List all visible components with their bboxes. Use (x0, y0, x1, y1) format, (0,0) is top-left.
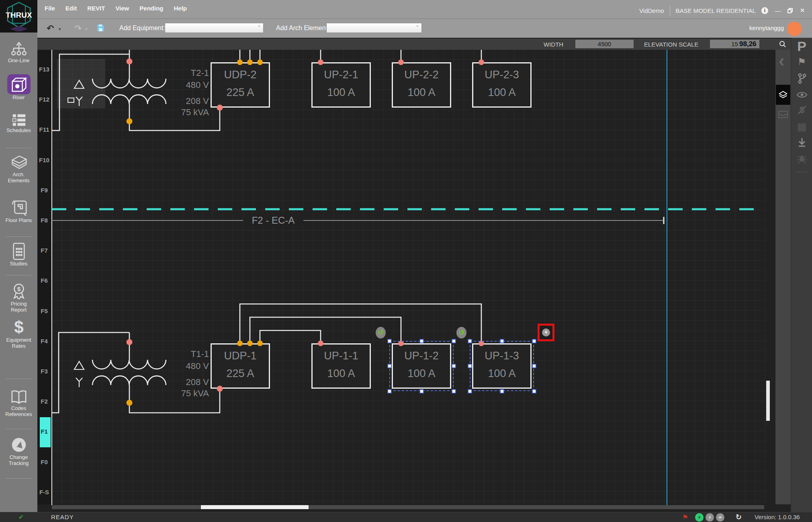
riser-canvas[interactable]: T2-1480 V208 V75 kVAT1-1480 V208 V75 kVA… (37, 38, 791, 512)
info-icon[interactable]: i (761, 7, 768, 14)
menu-view[interactable]: View (115, 5, 129, 12)
selection-handle[interactable] (468, 389, 472, 394)
floor-label-f13[interactable]: F13 (37, 66, 51, 73)
selection-handle[interactable] (452, 339, 456, 343)
panel-up-2-2[interactable]: UP-2-2100 A (392, 62, 451, 108)
selection-handle[interactable] (532, 389, 536, 394)
selection-handle[interactable] (419, 389, 424, 394)
layers-icon (778, 90, 788, 100)
sidebar-item-floor-plans[interactable]: Floor Plans (0, 200, 37, 223)
floor-label-f6[interactable]: F6 (37, 277, 51, 284)
panel-up-2-1[interactable]: UP-2-1100 A (311, 62, 371, 108)
menu-edit[interactable]: Edit (65, 5, 77, 12)
vertical-scrollbar-thumb[interactable] (766, 381, 770, 421)
selection-handle[interactable] (532, 339, 536, 343)
floor-label-f2[interactable]: F2 (37, 398, 51, 405)
sidebar-item-label: Floor Plans (6, 217, 32, 223)
menu-help[interactable]: Help (174, 5, 187, 12)
panel-rating: 100 A (407, 86, 435, 99)
menu-file[interactable]: File (45, 5, 55, 12)
panel-udp-2[interactable]: UDP-2225 A (211, 62, 270, 108)
rotate-handle-icon[interactable]: ↺ (456, 327, 466, 338)
download-icon[interactable] (791, 137, 812, 149)
menu-pending[interactable]: Pending (139, 5, 163, 12)
floor-label-f0[interactable]: F0 (37, 459, 51, 465)
floor-label-f3[interactable]: F3 (37, 368, 51, 375)
selection-handle[interactable] (452, 364, 456, 368)
selection-handle[interactable] (532, 364, 536, 368)
pricing-report-icon: $ (10, 281, 28, 301)
minimize-icon[interactable]: — (774, 7, 782, 14)
flag-icon[interactable]: ⚑ (791, 56, 812, 67)
sidebar-item-studies[interactable]: Studies (0, 242, 37, 267)
schedules-icon (10, 113, 28, 127)
horizontal-scrollbar-thumb[interactable] (201, 505, 309, 509)
panel-up-2-3[interactable]: UP-2-3100 A (472, 62, 532, 108)
sidebar-item-change-tracking[interactable]: ChangeTracking (0, 436, 37, 466)
sidebar-item-codes-references[interactable]: CodesReferences (0, 389, 37, 417)
p-panel-icon[interactable]: P (791, 39, 812, 54)
floor-label-f7[interactable]: F7 (37, 247, 51, 254)
sidebar-item-riser[interactable]: Riser (0, 74, 37, 100)
sidebar-item-one-line[interactable]: One-Line (0, 41, 37, 63)
no-cost-icon[interactable]: $ (791, 104, 812, 117)
canvas-grid[interactable] (52, 49, 765, 504)
floor-label-f10[interactable]: F10 (37, 157, 51, 163)
collapse-chevron-icon[interactable]: ‹ (779, 53, 785, 69)
floor-label-f9[interactable]: F9 (37, 187, 51, 194)
selection-handle[interactable] (419, 339, 424, 343)
bug-icon[interactable] (791, 154, 812, 165)
selection-handle[interactable] (452, 389, 456, 394)
width-input[interactable]: 4500 (575, 40, 634, 48)
eye-icon[interactable] (791, 91, 812, 100)
power-on-icon[interactable]: ⚡ (695, 513, 704, 522)
undo-button[interactable]: ↶ (47, 23, 54, 34)
branch-icon[interactable] (791, 73, 812, 86)
rotate-handle-icon[interactable]: ↺ (376, 327, 386, 338)
add-arch-element-select[interactable]: ˇ (326, 23, 422, 33)
horizontal-scrollbar[interactable] (52, 505, 764, 509)
application-window: THRUX FileEditREVITViewPendingHelp VidDe… (0, 0, 812, 522)
power-neutral-icon[interactable]: ⚡ (706, 513, 714, 522)
sidebar-item-pricing-report[interactable]: $PricingReport (0, 281, 37, 313)
sidebar-item-equipment-rates[interactable]: $EquipmentRates (0, 318, 37, 349)
refresh-icon[interactable]: ↻ (736, 513, 742, 522)
redo-menu-caret[interactable]: ▾ (85, 27, 88, 32)
panel-up-1-1[interactable]: UP-1-1100 A (311, 343, 371, 389)
selection-handle[interactable] (387, 339, 392, 343)
add-equipment-select[interactable]: ˇ (165, 23, 264, 33)
selection-handle[interactable] (387, 364, 392, 368)
move-tool-icon[interactable]: + (538, 324, 554, 341)
undo-menu-caret[interactable]: ▾ (59, 27, 61, 32)
search-icon[interactable] (779, 41, 786, 48)
save-icon[interactable] (97, 24, 104, 32)
floor-label-f-s[interactable]: F-S (37, 489, 51, 495)
panel-rating: 100 A (327, 86, 355, 99)
redo-button[interactable]: ↷ (74, 23, 82, 34)
move-knob: + (542, 328, 550, 336)
selection-handle[interactable] (468, 339, 472, 343)
sidebar-item-schedules[interactable]: Schedules (0, 113, 37, 133)
sidebar-item-arch-elements[interactable]: Arch.Elements (0, 153, 37, 184)
floor-label-f12[interactable]: F12 (37, 96, 51, 103)
sidebar-item-label: Pricing (11, 301, 27, 307)
flag-icon[interactable]: ⚑ (682, 513, 688, 522)
grid-icon[interactable]: ▦ (791, 120, 812, 133)
selection-handle[interactable] (387, 389, 392, 394)
selection-handle[interactable] (500, 339, 504, 343)
floor-label-f4[interactable]: F4 (37, 338, 51, 345)
selection-handle[interactable] (500, 389, 504, 394)
power-off-icon[interactable]: ⚡ (716, 513, 724, 522)
selection-handle[interactable] (468, 364, 472, 368)
panel-udp-1[interactable]: UDP-1225 A (211, 343, 270, 389)
close-icon[interactable]: ✕ (798, 7, 806, 14)
floor-label-f5[interactable]: F5 (37, 308, 51, 314)
menu-revit[interactable]: REVIT (87, 5, 105, 12)
layers-button[interactable] (776, 85, 790, 105)
floor-label-f11[interactable]: F11 (37, 126, 51, 133)
tray-icon[interactable] (778, 110, 788, 118)
restore-icon[interactable] (787, 8, 793, 13)
floor-label-f1[interactable]: F1 (37, 428, 51, 435)
floor-label-f8[interactable]: F8 (37, 217, 51, 224)
avatar[interactable] (787, 22, 802, 36)
